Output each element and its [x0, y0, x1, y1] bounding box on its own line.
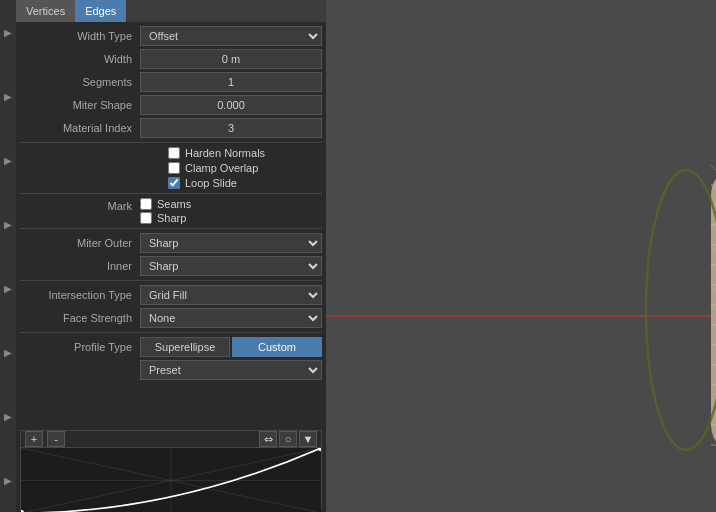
- clamp-overlap-row: Clamp Overlap: [20, 162, 322, 174]
- sharp-checkbox[interactable]: [140, 212, 152, 224]
- sharp-row: Sharp: [140, 212, 191, 224]
- svg-rect-6: [326, 0, 716, 512]
- curve-toolbar: + - ⇔ ○ ▼: [21, 431, 321, 448]
- top-tabs: Vertices Edges: [16, 0, 326, 22]
- profile-type-row: Profile Type Superellipse Custom: [20, 337, 322, 357]
- custom-btn[interactable]: Custom: [232, 337, 322, 357]
- face-strength-label: Face Strength: [20, 312, 140, 324]
- segments-input[interactable]: [140, 72, 322, 92]
- nav-arrow-6[interactable]: ▶: [4, 347, 12, 358]
- miter-shape-label: Miter Shape: [20, 99, 140, 111]
- side-nav: ▶ ▶ ▶ ▶ ▶ ▶ ▶ ▶: [0, 0, 16, 512]
- svg-point-5: [318, 448, 321, 451]
- seams-label: Seams: [157, 198, 191, 210]
- face-strength-dropdown[interactable]: None New Affected All: [140, 308, 322, 328]
- nav-arrow-8[interactable]: ▶: [4, 475, 12, 486]
- miter-outer-dropdown[interactable]: Sharp Patch Arc: [140, 233, 322, 253]
- miter-outer-label: Miter Outer: [20, 237, 140, 249]
- miter-outer-row: Miter Outer Sharp Patch Arc: [20, 233, 322, 253]
- intersection-type-dropdown[interactable]: Grid Fill Cutoff Innerface: [140, 285, 322, 305]
- curve-add-btn[interactable]: +: [25, 431, 43, 447]
- material-index-row: Material Index: [20, 118, 322, 138]
- harden-normals-checkbox[interactable]: [168, 147, 180, 159]
- inner-row: Inner Sharp Patch Arc: [20, 256, 322, 276]
- nav-arrow-3[interactable]: ▶: [4, 155, 12, 166]
- curve-remove-btn[interactable]: -: [47, 431, 65, 447]
- curve-settings-btn[interactable]: ▼: [299, 431, 317, 447]
- width-label: Width: [20, 53, 140, 65]
- loop-slide-checkbox[interactable]: [168, 177, 180, 189]
- width-type-label: Width Type: [20, 30, 140, 42]
- nav-arrow-7[interactable]: ▶: [4, 411, 12, 422]
- segments-label: Segments: [20, 76, 140, 88]
- width-row: Width: [20, 49, 322, 69]
- mark-label: Mark: [20, 198, 140, 212]
- preset-row: Preset: [20, 360, 322, 380]
- width-input[interactable]: [140, 49, 322, 69]
- sharp-label: Sharp: [157, 212, 186, 224]
- intersection-type-row: Intersection Type Grid Fill Cutoff Inner…: [20, 285, 322, 305]
- intersection-type-label: Intersection Type: [20, 289, 140, 301]
- inner-label: Inner: [20, 260, 140, 272]
- nav-arrow-1[interactable]: ▶: [4, 27, 12, 38]
- segments-row: Segments: [20, 72, 322, 92]
- tab-vertices[interactable]: Vertices: [16, 0, 75, 22]
- curve-editor: + - ⇔ ○ ▼: [20, 430, 322, 510]
- curve-svg: [21, 448, 321, 512]
- curve-display-btn2[interactable]: ○: [279, 431, 297, 447]
- miter-shape-row: Miter Shape: [20, 95, 322, 115]
- nav-arrow-4[interactable]: ▶: [4, 219, 12, 230]
- tab-edges[interactable]: Edges: [75, 0, 126, 22]
- loop-slide-label: Loop Slide: [185, 177, 237, 189]
- loop-slide-row: Loop Slide: [20, 177, 322, 189]
- seams-checkbox[interactable]: [140, 198, 152, 210]
- nav-arrow-2[interactable]: ▶: [4, 91, 12, 102]
- profile-type-label: Profile Type: [20, 341, 140, 353]
- material-index-label: Material Index: [20, 122, 140, 134]
- properties-panel: Width Type Offset Width Depth Height Wid…: [16, 22, 326, 428]
- material-index-input[interactable]: [140, 118, 322, 138]
- width-type-row: Width Type Offset Width Depth Height: [20, 26, 322, 46]
- mark-section: Mark Seams Sharp: [20, 198, 322, 224]
- width-type-dropdown[interactable]: Offset Width Depth Height: [140, 26, 322, 46]
- curve-display-btn1[interactable]: ⇔: [259, 431, 277, 447]
- curve-canvas[interactable]: [21, 448, 321, 512]
- nav-arrow-5[interactable]: ▶: [4, 283, 12, 294]
- miter-shape-input[interactable]: [140, 95, 322, 115]
- inner-dropdown[interactable]: Sharp Patch Arc: [140, 256, 322, 276]
- viewport-svg: [326, 0, 716, 512]
- harden-normals-label: Harden Normals: [185, 147, 265, 159]
- viewport[interactable]: [326, 0, 716, 512]
- face-strength-row: Face Strength None New Affected All: [20, 308, 322, 328]
- seams-row: Seams: [140, 198, 191, 210]
- preset-dropdown[interactable]: Preset: [140, 360, 322, 380]
- clamp-overlap-label: Clamp Overlap: [185, 162, 258, 174]
- harden-normals-row: Harden Normals: [20, 147, 322, 159]
- clamp-overlap-checkbox[interactable]: [168, 162, 180, 174]
- superellipse-btn[interactable]: Superellipse: [140, 337, 230, 357]
